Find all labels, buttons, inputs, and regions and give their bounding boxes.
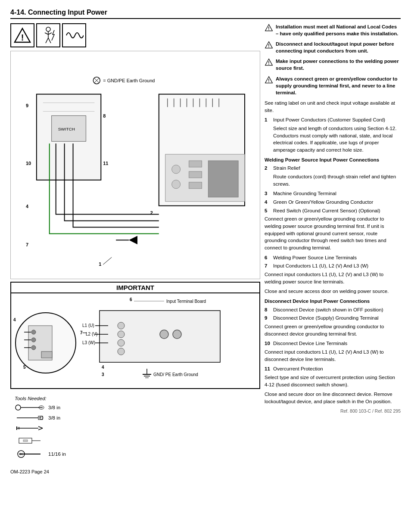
warning-triangle-2: !	[265, 41, 273, 50]
svg-text:GND/ PE  Earth Ground: GND/ PE Earth Ground	[153, 372, 198, 377]
svg-text:L3 (W): L3 (W)	[82, 340, 95, 345]
tool-row-wrench1: 3/8 in	[15, 404, 256, 411]
svg-point-85	[16, 405, 21, 410]
svg-line-6	[46, 38, 48, 43]
warning-triangle-1: !	[265, 24, 273, 32]
svg-rect-40	[189, 182, 202, 189]
item-5-detail: Connect green or green/yellow grounding …	[265, 215, 401, 251]
item-11-text: Overcurrent Protection	[273, 365, 323, 373]
svg-point-51	[31, 330, 36, 334]
svg-rect-63	[100, 311, 220, 362]
tool-size-2: 3/8 in	[48, 415, 60, 420]
svg-line-96	[38, 428, 43, 430]
tool-size-1: 3/8 in	[48, 405, 60, 410]
right-column: ! Installation must meet all National an…	[265, 23, 401, 464]
item-2-text: Strain Relief	[273, 165, 300, 172]
warning-block-1: ! Installation must meet all National an…	[265, 23, 401, 37]
item-9-detail: Connect green or green/yellow grounding …	[265, 323, 401, 337]
svg-text:!: !	[21, 33, 24, 42]
warning-icon-box: !	[10, 23, 34, 47]
svg-rect-54	[41, 352, 52, 358]
item-4-num: 4	[265, 199, 271, 206]
item-8-num: 8	[265, 306, 271, 314]
svg-marker-42	[129, 236, 137, 244]
warning-triangle-3: !	[265, 58, 273, 67]
svg-point-72	[118, 331, 125, 338]
svg-text:!: !	[268, 26, 269, 31]
tool-row-screw2	[15, 424, 256, 432]
heading-disconnect: Disconnect Device Input Power Connection…	[265, 298, 401, 305]
warning-text-3: Make input power connections to the weld…	[276, 58, 401, 72]
svg-point-2	[46, 27, 50, 31]
svg-point-76	[173, 330, 181, 339]
svg-point-73	[118, 339, 125, 346]
svg-text:4: 4	[13, 317, 16, 322]
svg-point-53	[31, 345, 36, 350]
svg-text:= GND/PE Earth Ground: = GND/PE Earth Ground	[103, 78, 155, 83]
item-5-text: Reed Switch (Ground Current Sensor) (Opt…	[273, 207, 380, 215]
item-10-text: Disconnect Device Line Terminals	[273, 340, 347, 347]
tool-size-5: 11/16 in	[48, 451, 66, 457]
item-10: 10 Disconnect Device Line Terminals	[265, 340, 401, 347]
svg-text:5: 5	[23, 365, 26, 370]
main-diagram: = GND/PE Earth Ground SWITCH 9 8 11	[10, 51, 260, 279]
item-10-num: 10	[265, 340, 271, 347]
item-6-text: Welding Power Source Line Terminals	[273, 254, 357, 261]
tool-row-screw1: 3/8 in	[15, 414, 256, 422]
svg-text:7: 7	[26, 242, 28, 247]
close-door-2: Close and secure door on line disconnect…	[265, 391, 401, 405]
item-7: 7 Input Conductors L1 (U), L2 (V) And L3…	[265, 262, 401, 270]
item-4: 4 Green Or Green/Yellow Grounding Conduc…	[265, 199, 401, 206]
svg-point-74	[118, 348, 125, 355]
electric-shock-icon	[36, 23, 60, 47]
svg-text:!: !	[268, 78, 269, 83]
svg-text:!: !	[268, 61, 269, 65]
footer-left: OM-2223 Page 24	[10, 469, 49, 474]
item-8: 8 Disconnect Device (switch shown in OFF…	[265, 306, 401, 314]
item-9-text: Disconnect Device (Supply) Grounding Ter…	[273, 314, 379, 322]
item-2: 2 Strain Relief	[265, 165, 401, 172]
warning-triangle-4: !	[265, 76, 273, 84]
item-11-detail: Select type and size of overcurrent prot…	[265, 374, 401, 388]
svg-point-75	[160, 330, 168, 339]
important-diagram: 5 4 6 Input Terminal Board L1 (U) L2 (V)…	[11, 293, 259, 388]
svg-point-71	[118, 322, 125, 329]
svg-line-7	[48, 38, 51, 43]
svg-line-5	[48, 33, 52, 34]
svg-rect-99	[23, 440, 28, 442]
important-title: IMPORTANT	[11, 283, 259, 293]
svg-text:3: 3	[102, 372, 104, 377]
item-1: 1 Input Power Conductors (Customer Suppl…	[265, 116, 401, 124]
left-column: !	[10, 23, 260, 464]
warning-icons-row: !	[10, 23, 260, 47]
svg-text:4: 4	[102, 365, 104, 370]
svg-rect-39	[189, 171, 202, 178]
svg-text:SWITCH: SWITCH	[58, 127, 75, 131]
warning-text-1: Installation must meet all National and …	[276, 23, 401, 37]
item-6: 6 Welding Power Source Line Terminals	[265, 254, 401, 261]
heading-wps-input: Welding Power Source Input Power Connect…	[265, 156, 401, 164]
svg-text:9: 9	[26, 103, 28, 108]
svg-text:4: 4	[26, 204, 29, 209]
item-7-num: 7	[265, 262, 271, 270]
item-5: 5 Reed Switch (Ground Current Sensor) (O…	[265, 207, 401, 215]
item-3-num: 3	[265, 190, 271, 197]
tools-section: Tools Needed: 3/8 in 3/8 in	[10, 393, 260, 464]
warning-block-3: ! Make input power connections to the we…	[265, 58, 401, 72]
item-10-detail: Connect input conductors L1 (U), L2 (V) …	[265, 348, 401, 363]
svg-rect-38	[189, 161, 202, 167]
svg-text:10: 10	[26, 161, 31, 166]
tool-row-wrench2: 11/16 in	[15, 449, 256, 459]
svg-text:L1 (U): L1 (U)	[82, 323, 94, 328]
svg-line-4	[45, 33, 48, 34]
close-door-1: Close and secure access door on welding …	[265, 288, 401, 295]
svg-text:11: 11	[103, 161, 108, 166]
item-3: 3 Machine Grounding Terminal	[265, 190, 401, 197]
svg-text:!: !	[268, 44, 269, 48]
ref-text: Ref. 800 103-C / Ref. 802 295	[265, 408, 401, 414]
svg-line-95	[38, 426, 43, 428]
item-4-text: Green Or Green/Yellow Grounding Conducto…	[273, 199, 373, 206]
tool-row-probe	[15, 435, 256, 447]
item-11: 11 Overcurrent Protection	[265, 365, 401, 373]
item-2-detail: Route conductors (cord) through strain r…	[273, 173, 401, 187]
